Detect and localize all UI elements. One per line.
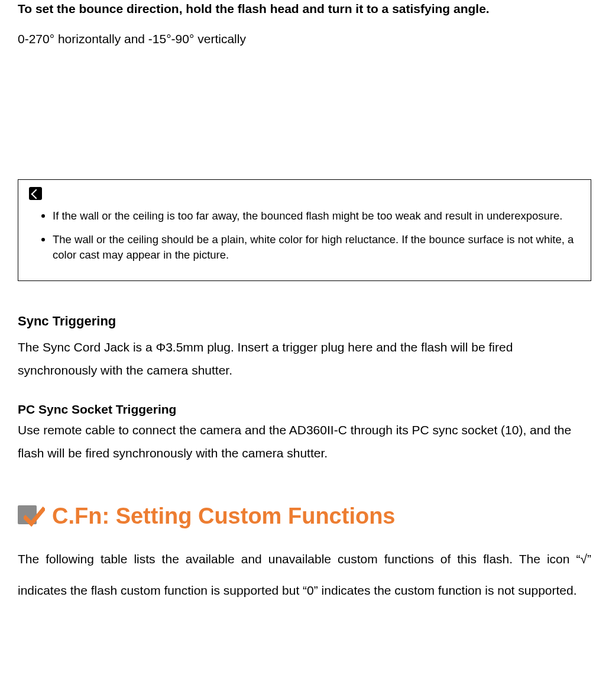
sync-heading: Sync Triggering: [18, 314, 591, 329]
list-item: The wall or the ceiling should be a plai…: [53, 231, 580, 263]
bounce-instruction: To set the bounce direction, hold the fl…: [18, 0, 591, 17]
notes-box: If the wall or the ceiling is too far aw…: [18, 179, 591, 281]
pcsync-heading: PC Sync Socket Triggering: [18, 402, 591, 417]
checkmark-icon: [24, 507, 45, 528]
notes-list: If the wall or the ceiling is too far aw…: [29, 207, 580, 263]
cfn-title: C.Fn: Setting Custom Functions: [52, 504, 396, 529]
cfn-heading-row: C.Fn: Setting Custom Functions: [18, 504, 591, 529]
list-item: If the wall or the ceiling is too far aw…: [53, 207, 580, 224]
cfn-icon: [18, 505, 43, 528]
notes-icon: [29, 187, 42, 200]
sync-body: The Sync Cord Jack is a Φ3.5mm plug. Ins…: [18, 336, 591, 382]
cfn-body: The following table lists the available …: [18, 544, 591, 606]
image-placeholder: [18, 49, 591, 167]
bounce-range: 0-270° horizontally and -15°-90° vertica…: [18, 29, 591, 49]
pcsync-body: Use remote cable to connect the camera a…: [18, 419, 591, 465]
